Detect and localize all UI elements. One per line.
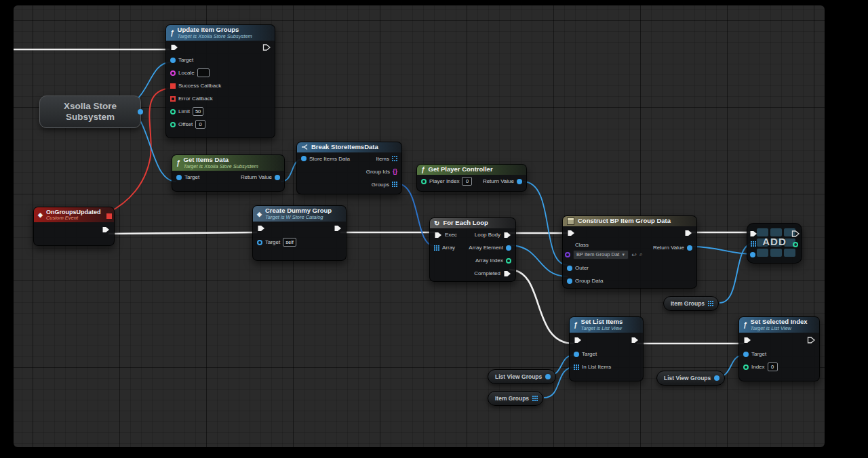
pin-label: Array Element [469, 245, 503, 251]
array-element-pin[interactable] [506, 245, 511, 251]
return-value-pin[interactable] [517, 179, 522, 184]
node-title: Get Player Controller [429, 166, 493, 173]
node-xsolla-store-subsystem[interactable]: Xsolla StoreSubsystem [39, 96, 141, 128]
var-item-groups[interactable]: Item Groups [488, 391, 543, 406]
node-set-list-items[interactable]: ƒ Set List Items Target is List View Tar… [569, 316, 644, 381]
screenshot-frame: ƒ Update Item Groups Target is Xsolla St… [0, 0, 868, 458]
node-ongroupsupdated[interactable]: ◈ OnGroupsUpdated Custom Event [33, 207, 115, 246]
reset-icon[interactable]: ↩ [631, 251, 637, 258]
player-index-pin[interactable] [421, 179, 427, 184]
in-list-items-pin[interactable] [574, 365, 579, 370]
var-item-groups[interactable]: Item Groups [663, 296, 719, 311]
array-pin[interactable] [434, 245, 439, 251]
exec-out-pin[interactable] [684, 229, 692, 237]
offset-pin[interactable] [170, 122, 176, 127]
object-out-pin[interactable] [545, 374, 551, 379]
locale-value-field[interactable] [197, 68, 210, 77]
locale-pin[interactable] [170, 70, 176, 76]
return-value-pin[interactable] [138, 109, 143, 114]
target-pin[interactable] [574, 352, 579, 357]
outer-pin[interactable] [567, 266, 572, 271]
group-data-pin[interactable] [567, 278, 572, 284]
function-icon: ƒ [743, 321, 747, 329]
wire-playercontroller-to-outer [523, 182, 568, 265]
target-array-pin[interactable] [751, 241, 756, 247]
pin-label: Group Ids [366, 169, 390, 175]
node-header: ƒ Set List Items Target is List View [570, 317, 643, 333]
exec-out-pin[interactable] [102, 226, 110, 234]
array-index-pin[interactable] [506, 258, 511, 264]
index-out-pin[interactable] [793, 242, 798, 247]
exec-out-pin[interactable] [262, 43, 271, 51]
exec-in-pin[interactable] [743, 336, 751, 344]
browse-icon[interactable]: ⌕ [639, 251, 643, 258]
success-callback-pin[interactable] [170, 83, 176, 89]
exec-in-pin[interactable] [574, 336, 582, 344]
node-break-storeitemsdata[interactable]: Break StoreItemsData Store Items Data It… [296, 142, 402, 194]
target-pin[interactable] [257, 240, 262, 245]
pin-label: Player Index [429, 178, 459, 184]
node-header: Construct BP Item Group Data [563, 216, 696, 226]
player-index-field[interactable]: 0 [462, 177, 472, 186]
blueprint-canvas[interactable]: ƒ Update Item Groups Target is Xsolla St… [14, 5, 825, 447]
groups-array-pin[interactable] [392, 182, 397, 187]
object-out-pin[interactable] [714, 375, 719, 381]
delegate-pin[interactable] [106, 213, 112, 219]
new-item-pin[interactable] [750, 252, 755, 257]
pin-label: Array Index [475, 257, 503, 264]
exec-out-pin[interactable] [631, 336, 639, 344]
node-subtitle: Target is List View [751, 326, 808, 331]
exec-in-pin[interactable] [749, 230, 757, 238]
node-title: Construct BP Item Group Data [578, 217, 671, 225]
items-array-pin[interactable] [392, 156, 397, 161]
completed-exec-pin[interactable] [503, 270, 511, 278]
index-pin[interactable] [743, 365, 749, 370]
limit-value-field[interactable]: 50 [193, 107, 203, 116]
exec-out-pin[interactable] [807, 336, 815, 344]
target-pin[interactable] [170, 58, 176, 63]
node-set-selected-index[interactable]: ƒ Set Selected Index Target is List View… [738, 316, 820, 381]
target-pin[interactable] [176, 175, 182, 180]
exec-out-pin[interactable] [334, 224, 342, 232]
return-value-pin[interactable] [687, 245, 692, 251]
node-get-items-data[interactable]: ƒ Get Items Data Target is Xsolla Store … [172, 154, 285, 192]
node-title: For Each Loop [443, 220, 488, 227]
node-get-player-controller[interactable]: ƒ Get Player Controller Player Index0 Re… [416, 164, 527, 192]
exec-out-pin[interactable] [791, 230, 800, 238]
target-pin[interactable] [743, 352, 749, 357]
exec-in-pin[interactable] [170, 43, 178, 51]
pin-label: Locale [178, 70, 195, 76]
exec-in-pin[interactable] [257, 224, 265, 232]
var-list-view-groups[interactable]: List View Groups [488, 369, 556, 384]
node-create-dummy-group[interactable]: ◈ Create Dummy Group Target is W Store C… [252, 205, 347, 261]
node-update-item-groups[interactable]: ƒ Update Item Groups Target is Xsolla St… [165, 24, 275, 138]
array-out-pin[interactable] [532, 396, 538, 401]
limit-pin[interactable] [170, 109, 176, 114]
pin-label: Array [442, 245, 455, 251]
node-for-each-loop[interactable]: ↻ For Each Loop Exec Loop Body Array Arr… [429, 217, 516, 282]
error-callback-pin[interactable] [170, 96, 176, 102]
pin-label: Group Data [575, 278, 603, 284]
node-header: ƒ Set Selected Index Target is List View [739, 317, 819, 333]
group-ids-set-pin[interactable]: {} [393, 169, 397, 175]
class-dropdown[interactable]: BP Item Group Dat▼ [573, 250, 629, 259]
var-list-view-groups[interactable]: List View Groups [656, 371, 725, 386]
break-struct-icon [301, 144, 308, 150]
pin-label: Return Value [653, 245, 684, 251]
exec-in-pin[interactable] [434, 231, 442, 239]
loop-body-exec-pin[interactable] [503, 231, 511, 239]
target-self-field[interactable]: self [283, 238, 296, 247]
node-construct-bp-item-group-data[interactable]: Construct BP Item Group Data Class BP It… [562, 215, 697, 289]
pin-label: Class [575, 242, 589, 248]
array-out-pin[interactable] [708, 301, 713, 306]
node-add-array-element[interactable]: ADD [747, 223, 802, 264]
pin-label: Limit [178, 108, 190, 114]
return-value-pin[interactable] [275, 175, 280, 180]
class-pin[interactable] [565, 252, 570, 257]
index-value-field[interactable]: 0 [768, 362, 778, 371]
wire-exec-event-to-create [108, 232, 257, 234]
pin-label: Return Value [241, 174, 272, 180]
exec-in-pin[interactable] [567, 229, 575, 237]
offset-value-field[interactable]: 0 [195, 120, 205, 129]
store-items-data-pin[interactable] [301, 156, 307, 161]
